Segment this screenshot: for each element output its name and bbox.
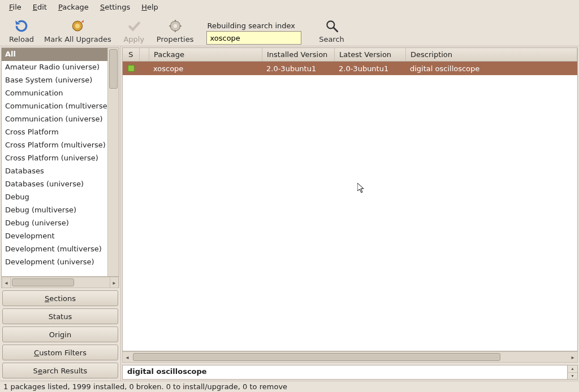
- right-pane: S Package Installed Version Latest Versi…: [121, 46, 579, 381]
- sections-item[interactable]: Communication: [2, 87, 107, 100]
- menu-file[interactable]: File: [3, 2, 27, 12]
- cell-package: xoscope: [149, 64, 262, 73]
- sections-item[interactable]: Amateur Radio (universe): [2, 61, 107, 74]
- search-input[interactable]: [206, 31, 301, 45]
- sections-item[interactable]: Databases (universe): [2, 178, 107, 191]
- sections-item[interactable]: Communication (universe): [2, 113, 107, 126]
- description-text[interactable]: digital oscilloscope: [122, 365, 568, 380]
- mark-all-upgrades-label: Mark All Upgrades: [44, 35, 111, 43]
- sections-item[interactable]: Debug: [2, 191, 107, 204]
- col-description[interactable]: Description: [406, 48, 577, 61]
- filter-search-results-button[interactable]: Search Results: [2, 363, 118, 378]
- apply-label: Apply: [123, 35, 144, 43]
- package-table[interactable]: S Package Installed Version Latest Versi…: [122, 47, 578, 351]
- filter-buttons: Sections Status Origin Custom Filters Se…: [0, 288, 120, 381]
- cell-description: digital oscilloscope: [405, 64, 577, 73]
- sections-item[interactable]: Debug (universe): [2, 217, 107, 230]
- filter-status-button[interactable]: Status: [2, 308, 118, 324]
- cell-installed: 2.0-3ubuntu1: [262, 64, 334, 73]
- svg-line-9: [334, 28, 338, 32]
- col-package[interactable]: Package: [149, 48, 262, 61]
- statusbar: 1 packages listed, 1999 installed, 0 bro…: [0, 381, 579, 392]
- reload-button[interactable]: Reload: [2, 17, 41, 45]
- sections-item[interactable]: Communication (multiverse): [2, 100, 107, 113]
- search-caption: Rebuilding search index: [206, 21, 301, 30]
- menubar: File Edit Package Settings Help: [0, 0, 579, 14]
- package-table-header[interactable]: S Package Installed Version Latest Versi…: [123, 48, 577, 62]
- svg-point-3: [173, 24, 177, 28]
- search-label: Search: [319, 35, 344, 43]
- search-icon: [324, 18, 340, 34]
- cell-latest: 2.0-3ubuntu1: [334, 64, 405, 73]
- quick-search: Rebuilding search index: [206, 21, 301, 45]
- description-spin[interactable]: ▴▾: [568, 365, 578, 380]
- menu-package[interactable]: Package: [53, 2, 94, 12]
- main-area: AllAmateur Radio (universe)Base System (…: [0, 46, 579, 381]
- menu-edit[interactable]: Edit: [27, 2, 53, 12]
- table-row[interactable]: xoscope2.0-3ubuntu12.0-3ubuntu1digital o…: [123, 62, 577, 75]
- filter-sections-button[interactable]: Sections: [2, 290, 118, 306]
- properties-button[interactable]: Properties: [153, 17, 197, 45]
- toolbar: Reload Mark All Upgrades Apply Propertie…: [0, 14, 579, 46]
- filter-origin-button[interactable]: Origin: [2, 326, 118, 342]
- sections-item[interactable]: Development (universe): [2, 256, 107, 269]
- reload-icon: [14, 18, 29, 34]
- sections-vscrollbar[interactable]: [107, 48, 119, 276]
- apply-button: Apply: [115, 17, 153, 45]
- search-button[interactable]: Search: [313, 17, 351, 45]
- col-status[interactable]: S: [123, 48, 140, 61]
- apply-icon: [126, 18, 142, 34]
- menu-help[interactable]: Help: [136, 2, 164, 12]
- sections-item[interactable]: Development: [2, 230, 107, 243]
- properties-label: Properties: [157, 35, 194, 43]
- left-pane: AllAmateur Radio (universe)Base System (…: [0, 46, 121, 381]
- sections-item[interactable]: Base System (universe): [2, 74, 107, 87]
- sections-item[interactable]: All: [2, 48, 107, 61]
- properties-icon: [167, 18, 183, 34]
- reload-label: Reload: [9, 35, 34, 43]
- package-table-hscrollbar[interactable]: ◂ ▸: [122, 351, 578, 363]
- col-latest[interactable]: Latest Version: [335, 48, 406, 61]
- sections-item[interactable]: Development (multiverse): [2, 243, 107, 256]
- svg-point-1: [75, 24, 80, 29]
- sections-item[interactable]: Debug (multiverse): [2, 204, 107, 217]
- upgrade-icon: [70, 18, 85, 34]
- menu-settings[interactable]: Settings: [94, 2, 136, 12]
- status-installed-icon: [128, 65, 135, 72]
- sections-item[interactable]: Cross Platform (universe): [2, 152, 107, 165]
- filter-custom-button[interactable]: Custom Filters: [2, 345, 118, 360]
- sections-item[interactable]: Cross Platform (multiverse): [2, 139, 107, 152]
- sections-item[interactable]: Databases: [2, 165, 107, 178]
- sections-item[interactable]: Cross Platform: [2, 126, 107, 139]
- sections-list[interactable]: AllAmateur Radio (universe)Base System (…: [1, 47, 119, 277]
- status-text: 1 packages listed, 1999 installed, 0 bro…: [3, 382, 287, 391]
- description-panel: digital oscilloscope ▴▾: [122, 365, 578, 380]
- col-installed[interactable]: Installed Version: [262, 48, 335, 61]
- mark-all-upgrades-button[interactable]: Mark All Upgrades: [41, 17, 115, 45]
- sections-hscrollbar[interactable]: ◂ ▸: [1, 277, 119, 288]
